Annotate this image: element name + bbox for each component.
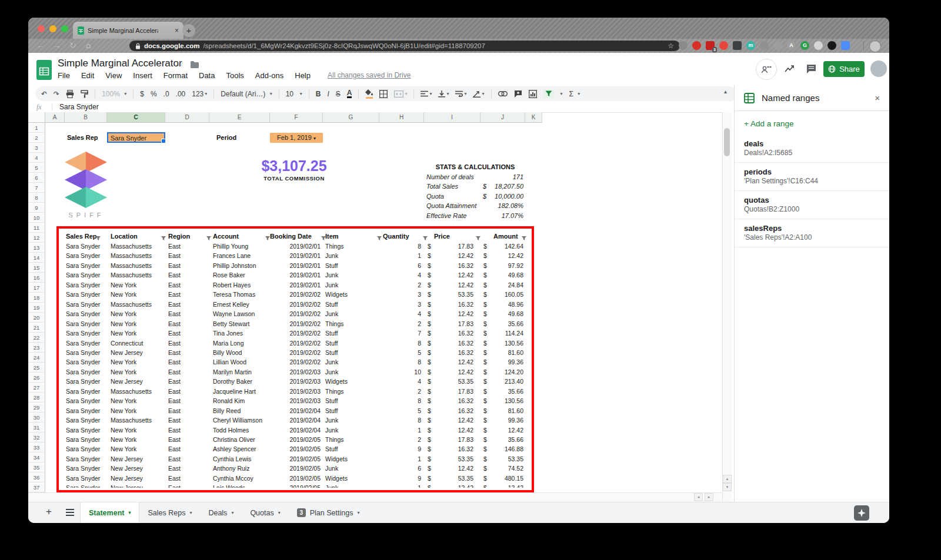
extension-icon[interactable] [719, 41, 728, 50]
row-header-17[interactable]: 17 [28, 283, 45, 293]
cell-booking-date[interactable]: 2019/02/03 [280, 397, 321, 405]
select-all-corner[interactable] [28, 112, 45, 123]
cell-price-currency[interactable]: $ [428, 340, 431, 347]
cell-quantity[interactable]: 2 [386, 320, 421, 328]
cell-amount[interactable]: 35.66 [482, 320, 523, 328]
cell-item[interactable]: Junk [325, 252, 338, 260]
formula-bar[interactable]: fx Sara Snyder [28, 102, 722, 113]
row-header-12[interactable]: 12 [28, 233, 45, 243]
cell-quantity[interactable]: 1 [386, 455, 421, 463]
cell-booking-date[interactable]: 2019/02/01 [280, 262, 321, 270]
cell-region[interactable]: East [168, 427, 181, 434]
cell-price[interactable]: 17.83 [433, 243, 473, 250]
cell-quantity[interactable]: 8 [386, 243, 421, 250]
cell-item[interactable]: Widgets [325, 475, 348, 482]
cell-quantity[interactable]: 2 [386, 388, 421, 395]
cell-region[interactable]: East [168, 330, 181, 337]
cell-sales-rep[interactable]: Sara Snyder [66, 262, 100, 270]
cell-sales-rep[interactable]: Sara Snyder [66, 436, 100, 444]
cell-location[interactable]: Massachusetts [111, 417, 152, 424]
column-header-E[interactable]: E [209, 112, 270, 123]
table-row[interactable]: Sara SnyderNew YorkEastBetty Stewart2019… [56, 319, 534, 328]
cell-item[interactable]: Widgets [325, 455, 348, 463]
row-header-21[interactable]: 21 [28, 323, 45, 333]
sales-rep-value-cell[interactable]: Sara Snyder [107, 132, 165, 143]
cell-price[interactable]: 12.42 [433, 368, 473, 376]
vertical-scrollbar-thumb[interactable] [724, 128, 730, 156]
add-sheet-button[interactable]: + [46, 506, 52, 518]
cell-region[interactable]: East [168, 358, 181, 366]
cell-item[interactable]: Stuff [325, 407, 338, 415]
row-header-28[interactable]: 28 [28, 393, 45, 403]
cell-amount[interactable]: 74.52 [482, 465, 523, 472]
cell-item[interactable]: Things [325, 243, 344, 250]
cell-sales-rep[interactable]: Sara Snyder [66, 397, 100, 405]
cell-account[interactable]: Cheryl Williamson [213, 417, 262, 424]
cell-sales-rep[interactable]: Sara Snyder [66, 330, 100, 337]
star-document-icon[interactable]: ☆ [176, 59, 184, 68]
cell-item[interactable]: Stuff [325, 340, 338, 347]
cell-price[interactable]: 12.42 [433, 271, 473, 279]
collapse-toolbar-icon[interactable]: ▴ [724, 88, 727, 95]
cell-sales-rep[interactable]: Sara Snyder [66, 281, 100, 289]
filter-views-select[interactable]: ▾ [560, 91, 563, 96]
cell-booking-date[interactable]: 2019/02/05 [280, 455, 321, 463]
cell-sales-rep[interactable]: Sara Snyder [66, 378, 100, 385]
period-label-cell[interactable]: Period [216, 133, 236, 143]
cell-booking-date[interactable]: 2019/02/01 [280, 252, 321, 260]
table-row[interactable]: Sara SnyderMassachusettsEastPhillip John… [56, 261, 534, 270]
font-size-select[interactable]: 10 ▾ [286, 90, 302, 98]
cell-region[interactable]: East [168, 436, 181, 444]
cell-price-currency[interactable]: $ [428, 388, 431, 395]
cell-booking-date[interactable]: 2019/02/04 [280, 417, 321, 424]
cell-price-currency[interactable]: $ [428, 455, 431, 463]
cell-price-currency[interactable]: $ [428, 243, 431, 250]
table-header-amount[interactable]: Amount [493, 231, 518, 242]
table-row[interactable]: Sara SnyderNew YorkEastTodd Holmes2019/0… [56, 425, 534, 435]
cell-location[interactable]: New Jersey [111, 484, 143, 488]
cell-quantity[interactable]: 4 [386, 378, 421, 385]
cell-account[interactable]: Ashley Spencer [213, 445, 256, 453]
cell-price-currency[interactable]: $ [428, 301, 431, 308]
menu-file[interactable]: File [58, 71, 70, 80]
column-header-J[interactable]: J [480, 112, 525, 123]
extension-icon[interactable]: A [787, 41, 796, 50]
text-color-icon[interactable]: A [347, 90, 352, 98]
cell-item[interactable]: Junk [325, 484, 338, 488]
cell-amount[interactable]: 48.96 [482, 301, 523, 308]
cell-item[interactable]: Stuff [325, 301, 338, 308]
cell-quantity[interactable]: 2 [386, 436, 421, 444]
cell-booking-date[interactable]: 2019/02/03 [280, 388, 321, 395]
menu-edit[interactable]: Edit [81, 71, 94, 80]
cell-location[interactable]: New York [111, 320, 136, 328]
table-row[interactable]: Sara SnyderConnecticutEastMaria Long2019… [56, 338, 534, 348]
period-value-cell[interactable]: Feb 1, 2019 ▾ [270, 133, 323, 143]
cell-location[interactable]: New York [111, 330, 136, 337]
cell-quantity[interactable]: 5 [386, 349, 421, 357]
cell-sales-rep[interactable]: Sara Snyder [66, 252, 100, 260]
cell-booking-date[interactable]: 2019/02/05 [280, 445, 321, 453]
horizontal-align-icon[interactable]: ▾ [421, 90, 432, 97]
cell-account[interactable]: Maria Long [213, 340, 244, 347]
sheet-tab-menu-caret[interactable]: ▾ [357, 510, 359, 515]
table-row[interactable]: Sara SnyderMassachusettsEastFrances Lane… [56, 251, 534, 260]
cell-region[interactable]: East [168, 417, 181, 424]
row-header-29[interactable]: 29 [28, 403, 45, 413]
cell-item[interactable]: Junk [325, 417, 338, 424]
extension-icon[interactable] [679, 41, 688, 50]
cell-amount[interactable]: 99.36 [482, 417, 523, 424]
cell-sales-rep[interactable]: Sara Snyder [66, 349, 100, 357]
row-header-32[interactable]: 32 [28, 432, 45, 442]
cell-quantity[interactable]: 8 [386, 340, 421, 347]
cell-price[interactable]: 12.42 [433, 358, 473, 366]
cell-region[interactable]: East [168, 301, 181, 308]
table-row[interactable]: Sara SnyderNew YorkEastRobert Hayes2019/… [56, 280, 534, 290]
cell-sales-rep[interactable]: Sara Snyder [66, 271, 100, 279]
cell-account[interactable]: Marilyn Martin [213, 368, 252, 376]
tab-close-icon[interactable]: × [175, 26, 179, 35]
table-header-region[interactable]: Region [168, 231, 190, 242]
sheet-tab-sales-reps[interactable]: Sales Reps▾ [139, 502, 200, 523]
row-header-24[interactable]: 24 [28, 353, 45, 363]
cell-price[interactable]: 16.32 [433, 349, 473, 357]
url-field[interactable]: docs.google.com /spreadsheets/d/1_6MgWr2… [129, 41, 680, 51]
